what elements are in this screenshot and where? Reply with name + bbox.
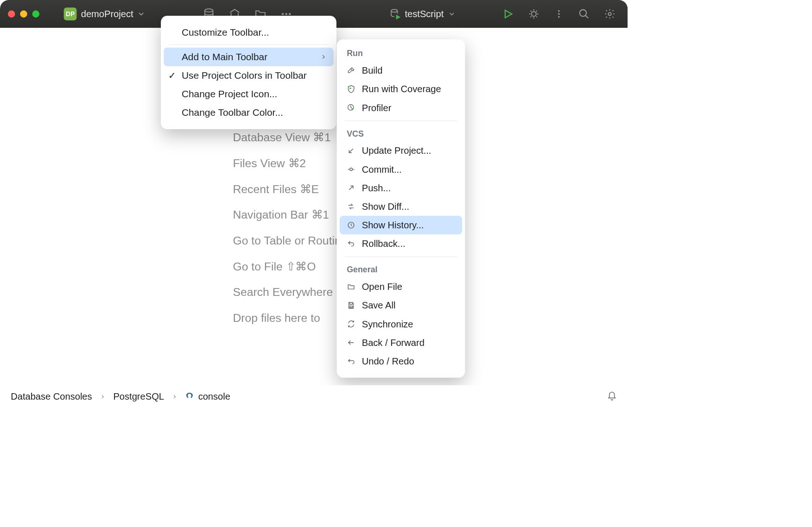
submenu-item-undo-redo[interactable]: Undo / Redo xyxy=(340,352,462,370)
run-button[interactable] xyxy=(502,8,514,20)
clock-play-icon xyxy=(346,103,356,113)
check-icon: ✓ xyxy=(168,70,176,81)
close-window-button[interactable] xyxy=(8,10,15,17)
menu-item-change-project-icon[interactable]: Change Project Icon... xyxy=(164,85,333,103)
run-configuration[interactable]: testScript xyxy=(390,8,456,19)
menu-item-add-to-main-toolbar[interactable]: Add to Main Toolbar xyxy=(164,48,333,66)
hint-line: Navigation Bar ⌘1 xyxy=(233,202,347,228)
submenu-item-show-history[interactable]: Show History... xyxy=(340,216,462,234)
svg-point-9 xyxy=(558,13,560,15)
window-controls xyxy=(8,10,39,17)
hint-line: Go to Table or Routine xyxy=(233,228,347,254)
svg-marker-5 xyxy=(397,15,400,19)
svg-line-12 xyxy=(585,15,588,18)
clock-icon xyxy=(346,220,356,230)
menu-item-label: Customize Toolbar... xyxy=(182,27,269,38)
menu-item-label: Change Project Icon... xyxy=(182,88,278,100)
save-icon xyxy=(346,301,356,311)
hint-line: Drop files here to xyxy=(233,305,347,331)
submenu-item-build[interactable]: Build xyxy=(340,61,462,80)
submenu-group-general: General xyxy=(340,261,462,277)
svg-rect-21 xyxy=(350,306,353,308)
submenu-item-update-project[interactable]: Update Project... xyxy=(340,141,462,160)
submenu-item-label: Undo / Redo xyxy=(362,356,414,367)
svg-point-11 xyxy=(580,10,586,16)
submenu-item-label: Update Project... xyxy=(362,145,431,156)
diff-icon xyxy=(346,201,356,212)
svg-point-7 xyxy=(532,12,536,16)
folder-icon xyxy=(346,282,356,292)
submenu-item-push[interactable]: Push... xyxy=(340,179,462,197)
svg-point-17 xyxy=(350,168,353,171)
menu-item-label: Use Project Colors in Toolbar xyxy=(182,70,307,81)
submenu-item-save-all[interactable]: Save All xyxy=(340,296,462,314)
menu-separator xyxy=(169,44,329,45)
submenu-group-run: Run xyxy=(340,44,462,61)
menu-item-use-project-colors[interactable]: ✓ Use Project Colors in Toolbar xyxy=(164,66,333,85)
debug-button[interactable] xyxy=(528,8,539,20)
svg-point-8 xyxy=(558,10,560,12)
db-run-icon xyxy=(390,9,400,19)
arrow-up-right-icon xyxy=(346,183,356,193)
search-icon[interactable] xyxy=(578,8,590,20)
svg-point-13 xyxy=(609,13,611,15)
commit-icon xyxy=(346,164,356,175)
svg-point-4 xyxy=(391,9,398,12)
submenu-item-profiler[interactable]: Profiler xyxy=(340,99,462,117)
submenu-item-label: Commit... xyxy=(362,164,402,175)
notifications-icon[interactable] xyxy=(607,391,617,402)
submenu-item-rollback[interactable]: Rollback... xyxy=(340,234,462,253)
breadcrumb-item[interactable]: console xyxy=(198,391,230,402)
submenu-item-label: Back / Forward xyxy=(362,337,425,348)
menu-item-label: Add to Main Toolbar xyxy=(182,51,267,63)
submenu-separator xyxy=(345,121,457,121)
minimize-window-button[interactable] xyxy=(20,10,27,17)
breadcrumb-item[interactable]: Database Consoles xyxy=(11,391,92,402)
breadcrumb-item[interactable]: PostgreSQL xyxy=(113,391,164,402)
gear-icon[interactable] xyxy=(604,8,615,20)
zoom-window-button[interactable] xyxy=(32,10,39,17)
menu-item-label: Change Toolbar Color... xyxy=(182,107,283,119)
breadcrumb[interactable]: Database Consoles › PostgreSQL › console xyxy=(11,391,230,402)
svg-point-3 xyxy=(289,13,291,15)
submenu-item-back-forward[interactable]: Back / Forward xyxy=(340,333,462,352)
postgresql-icon xyxy=(185,392,194,401)
statusbar: Database Consoles › PostgreSQL › console xyxy=(0,385,628,408)
hammer-icon xyxy=(346,65,356,75)
undo-curve-icon xyxy=(346,356,356,366)
submenu-item-label: Save All xyxy=(362,300,396,311)
submenu-item-label: Show History... xyxy=(362,220,424,231)
submenu-item-show-diff[interactable]: Show Diff... xyxy=(340,197,462,216)
submenu-item-label: Build xyxy=(362,65,383,76)
submenu-item-open-file[interactable]: Open File xyxy=(340,277,462,296)
hint-line: Files View ⌘2 xyxy=(233,151,347,176)
menu-item-change-toolbar-color[interactable]: Change Toolbar Color... xyxy=(164,103,333,122)
shield-play-icon xyxy=(346,84,356,94)
submenu-item-label: Show Diff... xyxy=(362,201,409,212)
undo-icon xyxy=(346,239,356,249)
submenu-item-label: Profiler xyxy=(362,102,392,113)
svg-point-2 xyxy=(285,13,287,15)
menu-item-customize-toolbar[interactable]: Customize Toolbar... xyxy=(164,23,333,41)
submenu-item-label: Rollback... xyxy=(362,238,406,249)
arrow-down-left-icon xyxy=(346,146,356,156)
hint-line: Search Everywhere xyxy=(233,279,347,305)
submenu-separator xyxy=(345,257,457,257)
submenu-item-synchronize[interactable]: Synchronize xyxy=(340,314,462,333)
chevron-down-icon[interactable] xyxy=(137,10,146,19)
submenu-item-label: Push... xyxy=(362,182,391,194)
submenu-item-label: Open File xyxy=(362,281,402,292)
hint-line: Go to File ⇧⌘O xyxy=(233,253,347,279)
submenu-item-run-coverage[interactable]: Run with Coverage xyxy=(340,80,462,98)
more-vertical-icon[interactable] xyxy=(554,9,564,19)
chevron-right-icon: › xyxy=(173,392,176,401)
project-badge[interactable]: DP xyxy=(64,7,77,20)
submenu-item-commit[interactable]: Commit... xyxy=(340,160,462,179)
project-name[interactable]: demoProject xyxy=(81,8,133,19)
welcome-hints: Database View ⌘1 Files View ⌘2 Recent Fi… xyxy=(233,125,347,331)
chevron-right-icon: › xyxy=(102,392,104,401)
submenu-add-to-toolbar: Run Build Run with Coverage Profiler VCS… xyxy=(337,39,465,377)
svg-point-10 xyxy=(558,16,560,18)
svg-marker-14 xyxy=(350,88,351,89)
chevron-down-icon xyxy=(448,10,456,18)
